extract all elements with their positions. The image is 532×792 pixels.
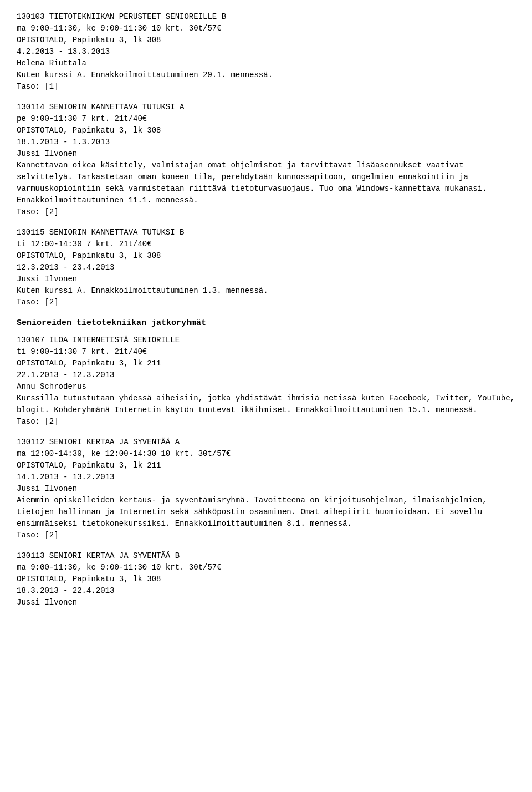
course-schedule: ma 9:00-11:30, ke 9:00-11:30 10 krt. 30t… (17, 23, 515, 34)
course-130103: 130103 TIETOTEKNIIKAN PERUSTEET SENIOREI… (17, 11, 515, 93)
course-level: Taso: [2] (17, 206, 515, 218)
course-130112: 130112 SENIORI KERTAA JA SYVENTÄÄ A ma 1… (17, 436, 515, 541)
course-schedule: ma 9:00-11:30, ke 9:00-11:30 10 krt. 30t… (17, 562, 515, 573)
course-level: Taso: [1] (17, 81, 515, 93)
course-description: Kuten kurssi A. Ennakkoilmoittautuminen … (17, 285, 515, 297)
course-schedule: ti 9:00-11:30 7 krt. 21t/40€ (17, 346, 515, 358)
course-title: 130113 SENIORI KERTAA JA SYVENTÄÄ B (17, 550, 515, 562)
page-content: 130103 TIETOTEKNIIKAN PERUSTEET SENIOREI… (17, 11, 515, 608)
course-teacher: Jussi Ilvonen (17, 148, 515, 160)
course-title: 130112 SENIORI KERTAA JA SYVENTÄÄ A (17, 436, 515, 448)
course-title: 130115 SENIORIN KANNETTAVA TUTUKSI B (17, 227, 515, 238)
course-title: 130114 SENIORIN KANNETTAVA TUTUKSI A (17, 101, 515, 113)
course-location: OPISTOTALO, Papinkatu 3, lk 308 (17, 573, 515, 585)
course-location: OPISTOTALO, Papinkatu 3, lk 211 (17, 460, 515, 471)
section-heading: Senioreiden tietotekniikan jatkoryhmät (17, 317, 515, 330)
course-level: Taso: [2] (17, 416, 515, 428)
course-level: Taso: [2] (17, 530, 515, 541)
course-level: Taso: [2] (17, 297, 515, 308)
course-teacher: Helena Riuttala (17, 58, 515, 69)
course-description: Kannettavan oikea käsittely, valmistajan… (17, 160, 515, 206)
course-dates: 18.3.2013 - 22.4.2013 (17, 585, 515, 597)
course-schedule: pe 9:00-11:30 7 krt. 21t/40€ (17, 113, 515, 125)
course-schedule: ti 12:00-14:30 7 krt. 21t/40€ (17, 238, 515, 250)
course-130107: 130107 ILOA INTERNETISTÄ SENIORILLE ti 9… (17, 334, 515, 428)
course-location: OPISTOTALO, Papinkatu 3, lk 308 (17, 250, 515, 262)
course-130115: 130115 SENIORIN KANNETTAVA TUTUKSI B ti … (17, 227, 515, 308)
course-teacher: Jussi Ilvonen (17, 273, 515, 285)
course-schedule: ma 12:00-14:30, ke 12:00-14:30 10 krt. 3… (17, 448, 515, 460)
course-location: OPISTOTALO, Papinkatu 3, lk 308 (17, 125, 515, 136)
course-title: 130107 ILOA INTERNETISTÄ SENIORILLE (17, 334, 515, 346)
course-description: Aiemmin opiskelleiden kertaus- ja syvent… (17, 495, 515, 530)
course-dates: 12.3.2013 - 23.4.2013 (17, 262, 515, 273)
course-130113: 130113 SENIORI KERTAA JA SYVENTÄÄ B ma 9… (17, 550, 515, 608)
course-teacher: Annu Schroderus (17, 381, 515, 393)
course-dates: 4.2.2013 - 13.3.2013 (17, 46, 515, 58)
course-dates: 14.1.2013 - 13.2.2013 (17, 471, 515, 483)
course-description: Kuten kurssi A. Ennakkoilmoittautuminen … (17, 69, 515, 81)
course-teacher: Jussi Ilvonen (17, 483, 515, 495)
course-dates: 22.1.2013 - 12.3.2013 (17, 369, 515, 381)
course-location: OPISTOTALO, Papinkatu 3, lk 211 (17, 358, 515, 369)
course-130114: 130114 SENIORIN KANNETTAVA TUTUKSI A pe … (17, 101, 515, 218)
course-description: Kurssilla tutustutaan yhdessä aiheisiin,… (17, 393, 515, 416)
course-location: OPISTOTALO, Papinkatu 3, lk 308 (17, 34, 515, 46)
course-dates: 18.1.2013 - 1.3.2013 (17, 136, 515, 148)
course-title: 130103 TIETOTEKNIIKAN PERUSTEET SENIOREI… (17, 11, 515, 23)
course-teacher: Jussi Ilvonen (17, 597, 515, 608)
